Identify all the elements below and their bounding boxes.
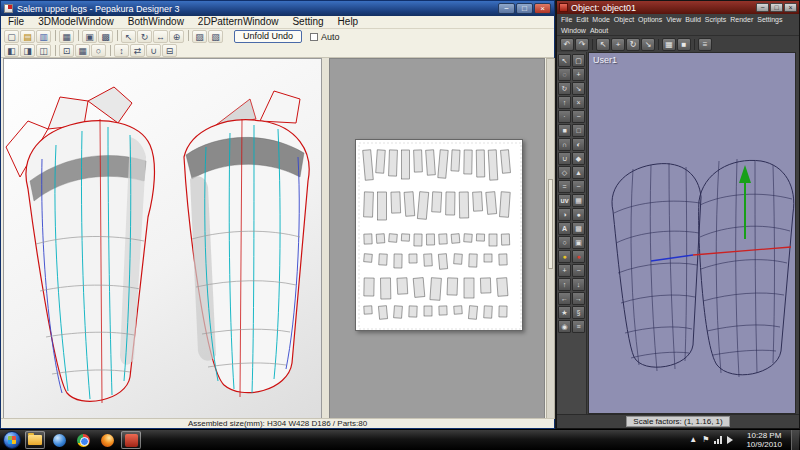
light-icon[interactable]: ○: [91, 44, 106, 57]
wire-icon[interactable]: ▦: [662, 38, 676, 51]
edge-color-icon[interactable]: ▨: [192, 30, 207, 43]
weld-icon[interactable]: ∪: [558, 152, 571, 165]
scale-icon[interactable]: ↘: [572, 82, 585, 95]
rect-select-icon[interactable]: ▢: [572, 54, 585, 67]
rotate-icon[interactable]: ↻: [626, 38, 640, 51]
plus-icon[interactable]: +: [558, 264, 571, 277]
sphere-icon[interactable]: ●: [572, 208, 585, 221]
arrow-down-icon[interactable]: ↓: [572, 278, 585, 291]
explorer-taskbar-button[interactable]: [25, 431, 45, 449]
menu-help[interactable]: Help: [331, 16, 366, 28]
zoom-in-icon[interactable]: ⊕: [169, 30, 184, 43]
map-icon[interactable]: ▦: [572, 194, 585, 207]
menu-file[interactable]: File: [1, 16, 31, 28]
menu-scripts[interactable]: Scripts: [703, 14, 728, 25]
open-file-icon[interactable]: ▤: [20, 30, 35, 43]
pane-splitter[interactable]: [322, 58, 329, 419]
undo-icon[interactable]: ↶: [560, 38, 574, 51]
maximize-button[interactable]: □: [770, 3, 783, 12]
tray-clock[interactable]: 10:28 PM 10/9/2010: [742, 431, 786, 449]
select-icon[interactable]: ↖: [558, 54, 571, 67]
menu-render[interactable]: Render: [728, 14, 755, 25]
2d-pattern-pane[interactable]: [329, 58, 545, 419]
view-2d-icon[interactable]: ◨: [20, 44, 35, 57]
flip-icon[interactable]: ⇄: [130, 44, 145, 57]
show-desktop-button[interactable]: [791, 430, 799, 450]
minimize-button[interactable]: −: [498, 3, 515, 14]
fill-icon[interactable]: ▲: [572, 166, 585, 179]
minus-icon[interactable]: −: [572, 264, 585, 277]
metasequoia-taskbar-button[interactable]: [121, 431, 141, 449]
divide-icon[interactable]: ⊟: [162, 44, 177, 57]
eraser-icon[interactable]: ◇: [558, 166, 571, 179]
knife-icon[interactable]: ×: [572, 96, 585, 109]
save-file-icon[interactable]: ▥: [36, 30, 51, 43]
text-icon[interactable]: A: [558, 222, 571, 235]
copy-icon[interactable]: ▣: [82, 30, 97, 43]
menu-2dpatternwindow[interactable]: 2DPatternWindow: [191, 16, 286, 28]
auto-checkbox[interactable]: [310, 33, 318, 41]
face-icon[interactable]: ■: [558, 124, 571, 137]
action-center-icon[interactable]: ⚑: [702, 436, 709, 444]
edge-icon[interactable]: −: [572, 110, 585, 123]
network-icon[interactable]: [714, 436, 722, 444]
paint-icon[interactable]: ◆: [572, 152, 585, 165]
material-icon[interactable]: ◑: [558, 208, 571, 221]
select-icon[interactable]: ↖: [596, 38, 610, 51]
start-button[interactable]: [3, 431, 21, 449]
face-icon[interactable]: ■: [677, 38, 691, 51]
texture-icon[interactable]: ▧: [208, 30, 223, 43]
menu-mode[interactable]: Mode: [590, 14, 612, 25]
maximize-button[interactable]: □: [516, 3, 533, 14]
volume-icon[interactable]: [727, 436, 737, 444]
extrude-icon[interactable]: ↑: [558, 96, 571, 109]
unfold-undo-button[interactable]: Unfold Undo: [234, 30, 302, 43]
move-icon[interactable]: +: [572, 68, 585, 81]
menu-3dmodelwindow[interactable]: 3DModelWindow: [31, 16, 121, 28]
rotate-icon[interactable]: ↻: [558, 82, 571, 95]
close-button[interactable]: ×: [534, 3, 551, 14]
light-icon[interactable]: ○: [558, 236, 571, 249]
menu-file[interactable]: File: [559, 14, 574, 25]
arrow-left-icon[interactable]: ←: [558, 292, 571, 305]
pepakura-titlebar[interactable]: Salem upper legs - Pepakura Designer 3 −…: [1, 1, 554, 16]
eye-icon[interactable]: ◉: [558, 320, 571, 333]
scale-icon[interactable]: ↘: [641, 38, 655, 51]
color-yellow-icon[interactable]: ●: [558, 250, 571, 263]
arrow-up-icon[interactable]: ↑: [558, 278, 571, 291]
grid-icon[interactable]: ▦: [75, 44, 90, 57]
metasequoia-viewport[interactable]: User1: [588, 52, 796, 414]
fit-view-icon[interactable]: ⊡: [59, 44, 74, 57]
rope-select-icon[interactable]: ◌: [558, 68, 571, 81]
menu-settings[interactable]: Settings: [755, 14, 784, 25]
menu-edit[interactable]: Edit: [574, 14, 590, 25]
chrome-taskbar-button[interactable]: [73, 431, 93, 449]
arrow-right-icon[interactable]: →: [572, 292, 585, 305]
view-both-icon[interactable]: ◫: [36, 44, 51, 57]
select-arrow-icon[interactable]: ↖: [121, 30, 136, 43]
menu-options[interactable]: Options: [636, 14, 664, 25]
scrollbar-thumb[interactable]: [548, 179, 553, 269]
move-icon[interactable]: +: [611, 38, 625, 51]
rotate-view-icon[interactable]: ↻: [137, 30, 152, 43]
redo-icon[interactable]: ↷: [575, 38, 589, 51]
3d-model-pane[interactable]: [3, 58, 322, 419]
minimize-button[interactable]: −: [756, 3, 769, 12]
paste-icon[interactable]: ▩: [98, 30, 113, 43]
view-3d-icon[interactable]: ◧: [4, 44, 19, 57]
pan-view-icon[interactable]: ↔: [153, 30, 168, 43]
pattern-icon[interactable]: ▩: [572, 222, 585, 235]
snap-icon[interactable]: ≡: [572, 320, 585, 333]
menu-window[interactable]: Window: [559, 25, 588, 35]
join-icon[interactable]: ∪: [146, 44, 161, 57]
media-player-taskbar-button[interactable]: [49, 431, 69, 449]
magnet-icon[interactable]: ∩: [558, 138, 571, 151]
color-red-icon[interactable]: ●: [572, 250, 585, 263]
pattern-scrollbar[interactable]: [546, 58, 555, 419]
close-button[interactable]: ×: [784, 3, 797, 12]
menu-build[interactable]: Build: [683, 14, 703, 25]
vertex-icon[interactable]: ·: [558, 110, 571, 123]
settings-icon[interactable]: ≡: [698, 38, 712, 51]
lock-icon[interactable]: §: [572, 306, 585, 319]
print-icon[interactable]: ▦: [59, 30, 74, 43]
